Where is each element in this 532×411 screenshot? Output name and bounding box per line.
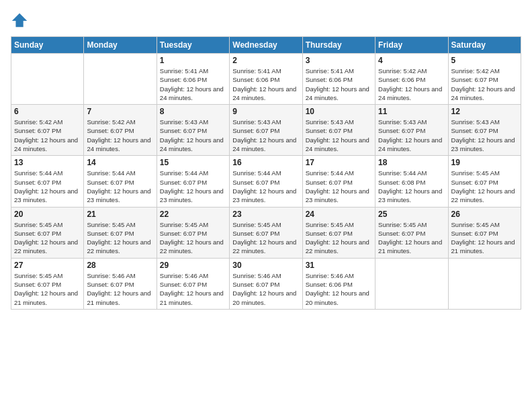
calendar-cell: 30Sunrise: 5:46 AM Sunset: 6:07 PM Dayli… <box>230 258 302 309</box>
day-info: Sunrise: 5:42 AM Sunset: 6:07 PM Dayligh… <box>451 66 518 102</box>
svg-marker-0 <box>12 13 27 28</box>
day-number: 9 <box>232 107 299 116</box>
day-number: 3 <box>306 56 372 65</box>
day-info: Sunrise: 5:43 AM Sunset: 6:07 PM Dayligh… <box>306 118 372 153</box>
calendar-cell: 2Sunrise: 5:41 AM Sunset: 6:06 PM Daylig… <box>230 54 302 105</box>
weekday-header: Friday <box>375 37 448 54</box>
page-header <box>11 11 521 30</box>
day-number: 29 <box>160 261 226 270</box>
day-number: 4 <box>378 56 445 65</box>
calendar-cell <box>84 54 157 105</box>
day-info: Sunrise: 5:45 AM Sunset: 6:07 PM Dayligh… <box>451 169 518 204</box>
calendar-table: SundayMondayTuesdayWednesdayThursdayFrid… <box>11 36 521 310</box>
day-number: 7 <box>87 107 153 116</box>
day-info: Sunrise: 5:46 AM Sunset: 6:07 PM Dayligh… <box>160 271 226 307</box>
calendar-week-row: 6Sunrise: 5:42 AM Sunset: 6:07 PM Daylig… <box>11 105 521 156</box>
day-info: Sunrise: 5:45 AM Sunset: 6:07 PM Dayligh… <box>87 220 153 256</box>
day-info: Sunrise: 5:41 AM Sunset: 6:06 PM Dayligh… <box>232 66 299 102</box>
calendar-cell: 5Sunrise: 5:42 AM Sunset: 6:07 PM Daylig… <box>448 54 521 105</box>
calendar-cell: 23Sunrise: 5:45 AM Sunset: 6:07 PM Dayli… <box>230 207 302 258</box>
calendar-cell: 20Sunrise: 5:45 AM Sunset: 6:07 PM Dayli… <box>11 207 84 258</box>
day-info: Sunrise: 5:45 AM Sunset: 6:07 PM Dayligh… <box>160 220 226 256</box>
day-info: Sunrise: 5:44 AM Sunset: 6:08 PM Dayligh… <box>378 169 445 204</box>
day-info: Sunrise: 5:44 AM Sunset: 6:07 PM Dayligh… <box>87 169 153 204</box>
day-number: 10 <box>306 107 372 116</box>
day-number: 13 <box>14 158 81 167</box>
weekday-header: Saturday <box>448 37 521 54</box>
day-number: 24 <box>306 210 372 219</box>
calendar-cell: 13Sunrise: 5:44 AM Sunset: 6:07 PM Dayli… <box>11 156 84 207</box>
day-info: Sunrise: 5:46 AM Sunset: 6:07 PM Dayligh… <box>87 271 153 307</box>
day-info: Sunrise: 5:46 AM Sunset: 6:07 PM Dayligh… <box>232 271 299 307</box>
day-info: Sunrise: 5:43 AM Sunset: 6:07 PM Dayligh… <box>378 118 445 153</box>
day-info: Sunrise: 5:41 AM Sunset: 6:06 PM Dayligh… <box>160 66 226 102</box>
calendar-cell: 4Sunrise: 5:42 AM Sunset: 6:06 PM Daylig… <box>375 54 448 105</box>
day-number: 26 <box>451 210 518 219</box>
day-number: 30 <box>232 261 299 270</box>
day-info: Sunrise: 5:46 AM Sunset: 6:06 PM Dayligh… <box>306 271 372 307</box>
day-number: 6 <box>14 107 81 116</box>
calendar-cell: 26Sunrise: 5:45 AM Sunset: 6:07 PM Dayli… <box>448 207 521 258</box>
day-info: Sunrise: 5:43 AM Sunset: 6:07 PM Dayligh… <box>160 118 226 153</box>
calendar-cell: 21Sunrise: 5:45 AM Sunset: 6:07 PM Dayli… <box>84 207 157 258</box>
day-info: Sunrise: 5:45 AM Sunset: 6:07 PM Dayligh… <box>14 220 81 256</box>
calendar-cell: 11Sunrise: 5:43 AM Sunset: 6:07 PM Dayli… <box>375 105 448 156</box>
day-number: 21 <box>87 210 153 219</box>
day-number: 17 <box>306 158 372 167</box>
calendar-cell: 24Sunrise: 5:45 AM Sunset: 6:07 PM Dayli… <box>302 207 375 258</box>
day-number: 31 <box>306 261 372 270</box>
day-info: Sunrise: 5:45 AM Sunset: 6:07 PM Dayligh… <box>306 220 372 256</box>
calendar-cell: 10Sunrise: 5:43 AM Sunset: 6:07 PM Dayli… <box>302 105 375 156</box>
calendar-cell: 6Sunrise: 5:42 AM Sunset: 6:07 PM Daylig… <box>11 105 84 156</box>
calendar-cell: 25Sunrise: 5:45 AM Sunset: 6:07 PM Dayli… <box>375 207 448 258</box>
day-number: 12 <box>451 107 518 116</box>
logo-icon <box>11 11 30 30</box>
calendar-week-row: 20Sunrise: 5:45 AM Sunset: 6:07 PM Dayli… <box>11 207 521 258</box>
calendar-cell: 9Sunrise: 5:43 AM Sunset: 6:07 PM Daylig… <box>230 105 302 156</box>
calendar-cell <box>11 54 84 105</box>
calendar-cell: 14Sunrise: 5:44 AM Sunset: 6:07 PM Dayli… <box>84 156 157 207</box>
day-number: 23 <box>232 210 299 219</box>
calendar-cell: 18Sunrise: 5:44 AM Sunset: 6:08 PM Dayli… <box>375 156 448 207</box>
logo <box>11 11 32 30</box>
day-info: Sunrise: 5:45 AM Sunset: 6:07 PM Dayligh… <box>378 220 445 256</box>
calendar-cell: 27Sunrise: 5:45 AM Sunset: 6:07 PM Dayli… <box>11 258 84 309</box>
day-info: Sunrise: 5:42 AM Sunset: 6:07 PM Dayligh… <box>14 118 81 153</box>
calendar-cell: 12Sunrise: 5:43 AM Sunset: 6:07 PM Dayli… <box>448 105 521 156</box>
day-number: 22 <box>160 210 226 219</box>
calendar-cell: 31Sunrise: 5:46 AM Sunset: 6:06 PM Dayli… <box>302 258 375 309</box>
calendar-cell <box>375 258 448 309</box>
weekday-header: Sunday <box>11 37 84 54</box>
calendar-cell: 8Sunrise: 5:43 AM Sunset: 6:07 PM Daylig… <box>157 105 229 156</box>
calendar-week-row: 27Sunrise: 5:45 AM Sunset: 6:07 PM Dayli… <box>11 258 521 309</box>
calendar-cell <box>448 258 521 309</box>
day-number: 25 <box>378 210 445 219</box>
day-info: Sunrise: 5:45 AM Sunset: 6:07 PM Dayligh… <box>14 271 81 307</box>
day-info: Sunrise: 5:44 AM Sunset: 6:07 PM Dayligh… <box>14 169 81 204</box>
calendar-body: 1Sunrise: 5:41 AM Sunset: 6:06 PM Daylig… <box>11 54 521 310</box>
day-number: 16 <box>232 158 299 167</box>
day-number: 11 <box>378 107 445 116</box>
weekday-header: Tuesday <box>157 37 229 54</box>
calendar-cell: 1Sunrise: 5:41 AM Sunset: 6:06 PM Daylig… <box>157 54 229 105</box>
day-number: 8 <box>160 107 226 116</box>
weekday-header: Wednesday <box>230 37 302 54</box>
day-info: Sunrise: 5:44 AM Sunset: 6:07 PM Dayligh… <box>160 169 226 204</box>
day-number: 5 <box>451 56 518 65</box>
day-info: Sunrise: 5:42 AM Sunset: 6:06 PM Dayligh… <box>378 66 445 102</box>
calendar-cell: 17Sunrise: 5:44 AM Sunset: 6:07 PM Dayli… <box>302 156 375 207</box>
calendar-cell: 29Sunrise: 5:46 AM Sunset: 6:07 PM Dayli… <box>157 258 229 309</box>
calendar-cell: 16Sunrise: 5:44 AM Sunset: 6:07 PM Dayli… <box>230 156 302 207</box>
weekday-header: Thursday <box>302 37 375 54</box>
calendar-cell: 3Sunrise: 5:41 AM Sunset: 6:06 PM Daylig… <box>302 54 375 105</box>
weekday-header: Monday <box>84 37 157 54</box>
day-number: 19 <box>451 158 518 167</box>
day-number: 1 <box>160 56 226 65</box>
day-number: 2 <box>232 56 299 65</box>
day-info: Sunrise: 5:41 AM Sunset: 6:06 PM Dayligh… <box>306 66 372 102</box>
day-info: Sunrise: 5:42 AM Sunset: 6:07 PM Dayligh… <box>87 118 153 153</box>
day-number: 28 <box>87 261 153 270</box>
day-number: 15 <box>160 158 226 167</box>
day-info: Sunrise: 5:45 AM Sunset: 6:07 PM Dayligh… <box>451 220 518 256</box>
day-info: Sunrise: 5:45 AM Sunset: 6:07 PM Dayligh… <box>232 220 299 256</box>
